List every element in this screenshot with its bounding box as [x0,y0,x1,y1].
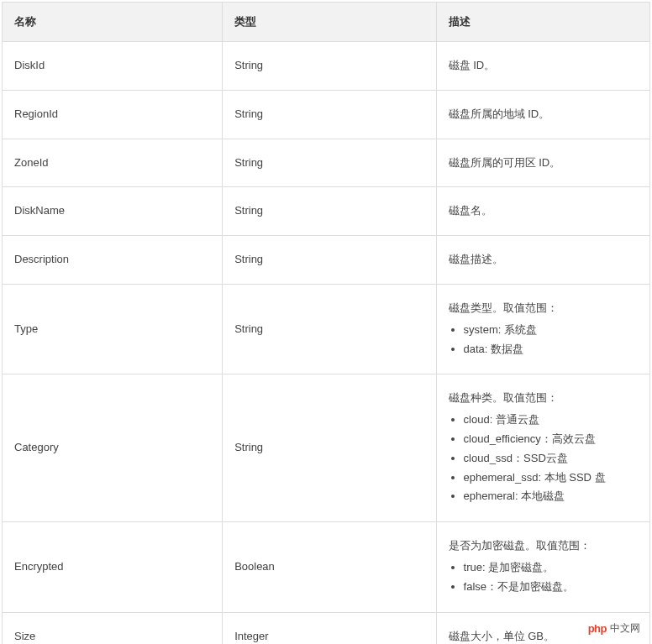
header-desc: 描述 [436,3,649,42]
cell-name: DiskId [3,42,223,91]
cell-type: String [223,284,436,374]
list-item: cloud_efficiency：高效云盘 [464,430,638,449]
cell-type: String [223,90,436,139]
cell-name: Type [3,284,223,374]
table-row: SizeInteger磁盘大小，单位 GB。 [3,612,650,644]
cell-desc: 磁盘所属的可用区 ID。 [436,139,649,187]
table-row: DescriptionString磁盘描述。 [3,236,650,285]
table-row: DiskNameString磁盘名。 [3,187,650,236]
list-item: ephemeral: 本地磁盘 [464,487,638,506]
list-item: system: 系统盘 [464,321,638,340]
cell-type: Integer [223,612,436,644]
table-row: DiskIdString磁盘 ID。 [3,42,650,91]
cell-name: Encrypted [3,522,223,612]
cell-type: String [223,374,436,522]
cell-desc: 磁盘名。 [436,187,649,236]
watermark-logo: php [588,622,607,635]
cell-desc: 磁盘 ID。 [436,42,649,91]
watermark-text: 中文网 [610,621,640,636]
list-item: cloud: 普通云盘 [464,411,638,430]
cell-name: ZoneId [3,139,223,187]
cell-desc: 磁盘类型。取值范围：system: 系统盘data: 数据盘 [436,284,649,374]
table-row: ZoneIdString磁盘所属的可用区 ID。 [3,139,650,187]
desc-intro: 磁盘类型。取值范围： [449,300,638,317]
table-header-row: 名称 类型 描述 [3,3,650,42]
api-parameters-table: 名称 类型 描述 DiskIdString磁盘 ID。RegionIdStrin… [2,2,650,644]
desc-intro: 是否为加密磁盘。取值范围： [449,537,638,555]
table-row: EncryptedBoolean是否为加密磁盘。取值范围：true: 是加密磁盘… [3,522,650,612]
list-item: false：不是加密磁盘。 [464,578,638,597]
cell-desc: 磁盘种类。取值范围：cloud: 普通云盘cloud_efficiency：高效… [436,374,649,522]
cell-type: String [223,139,436,187]
desc-intro: 磁盘种类。取值范围： [449,390,638,407]
cell-desc: 磁盘描述。 [436,236,649,285]
list-item: cloud_ssd：SSD云盘 [464,449,638,469]
header-type: 类型 [223,3,436,42]
desc-list: system: 系统盘data: 数据盘 [449,321,638,359]
table-row: RegionIdString磁盘所属的地域 ID。 [3,90,650,139]
cell-name: Size [3,612,223,644]
cell-name: Description [3,236,223,285]
cell-name: DiskName [3,187,223,236]
cell-name: RegionId [3,90,223,139]
cell-desc: 磁盘所属的地域 ID。 [436,90,649,139]
cell-desc: 是否为加密磁盘。取值范围：true: 是加密磁盘。false：不是加密磁盘。 [436,522,649,612]
cell-type: String [223,236,436,285]
desc-list: true: 是加密磁盘。false：不是加密磁盘。 [449,558,638,597]
list-item: data: 数据盘 [464,340,638,359]
header-name: 名称 [3,3,223,42]
list-item: true: 是加密磁盘。 [464,558,638,578]
cell-type: String [223,187,436,236]
cell-type: Boolean [223,522,436,612]
list-item: ephemeral_ssd: 本地 SSD 盘 [464,469,638,488]
desc-list: cloud: 普通云盘cloud_efficiency：高效云盘cloud_ss… [449,411,638,506]
watermark: php 中文网 [581,620,647,637]
table-row: TypeString磁盘类型。取值范围：system: 系统盘data: 数据盘 [3,284,650,374]
cell-type: String [223,42,436,91]
table-row: CategoryString磁盘种类。取值范围：cloud: 普通云盘cloud… [3,374,650,522]
cell-name: Category [3,374,223,522]
